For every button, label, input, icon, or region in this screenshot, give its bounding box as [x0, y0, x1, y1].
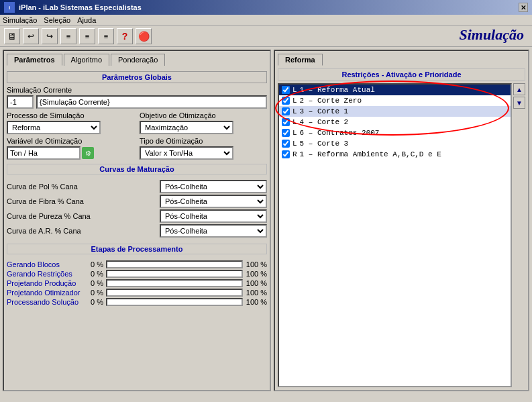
curva-row-3: Curva de A.R. % Cana Pós-Colheita: [7, 224, 267, 238]
tipo-select[interactable]: Valor x Ton/Ha: [140, 146, 233, 160]
scroll-up-btn[interactable]: ▲: [513, 83, 525, 95]
processo-label: Processo de Simulação: [7, 111, 134, 119]
toolbar-btn-6[interactable]: ≡: [98, 28, 114, 44]
restriction-check-4[interactable]: [282, 129, 290, 137]
app-icon: i: [4, 2, 15, 13]
restriction-label-4: 6 – Contratos 2007: [300, 129, 380, 137]
restriction-item-2[interactable]: L 3 – Corte 1: [279, 106, 511, 117]
restriction-type-2: L: [292, 107, 297, 115]
menu-selecao[interactable]: Seleção: [44, 16, 70, 24]
etapa-bar-2: [106, 279, 243, 287]
toolbar-btn-help[interactable]: ?: [117, 28, 133, 44]
toolbar-btn-stop[interactable]: 🔴: [136, 28, 152, 44]
curva-label-3: Curva de A.R. % Cana: [7, 227, 94, 235]
toolbar-btn-5[interactable]: ≡: [79, 28, 95, 44]
menu-ajuda[interactable]: Ajuda: [77, 16, 96, 24]
etapa-start-1: 0 %: [87, 270, 103, 278]
restriction-check-0[interactable]: [282, 86, 290, 94]
toolbar-btn-4[interactable]: ≡: [60, 28, 76, 44]
restriction-check-3[interactable]: [282, 118, 290, 126]
right-tab-bar: Reforma: [278, 54, 525, 66]
variavel-icon-btn[interactable]: ⚙: [82, 147, 94, 159]
restriction-type-0: L: [292, 86, 297, 94]
tab-ponderacao[interactable]: Ponderação: [111, 54, 165, 66]
etapa-end-1: 100 %: [246, 270, 267, 278]
etapa-start-0: 0 %: [87, 260, 103, 268]
toolbar: 🖥 ↩ ↪ ≡ ≡ ≡ ? 🔴 Simulação: [0, 26, 532, 47]
window-title: iPlan - iLab Sistemas Especialistas: [19, 3, 142, 11]
simulacao-corrente-group: Simulação Corrente: [7, 86, 267, 109]
etapa-bar-3: [106, 289, 243, 297]
restriction-check-2[interactable]: [282, 107, 290, 115]
restriction-item-4[interactable]: L 6 – Contratos 2007: [279, 128, 511, 138]
restriction-check-5[interactable]: [282, 140, 290, 148]
restriction-label-0: 1 – Reforma Atual: [300, 86, 375, 94]
processo-select[interactable]: Reforma: [7, 121, 101, 134]
curva-select-3[interactable]: Pós-Colheita: [160, 224, 267, 238]
restrictions-scrollbar: ▲ ▼: [513, 83, 525, 387]
objetivo-label: Objetivo de Otimização: [140, 111, 267, 119]
menu-bar: Simulação Seleção Ajuda: [0, 15, 532, 26]
tab-parametros[interactable]: Parâmetros: [7, 54, 62, 66]
etapa-row-0: Gerando Blocos 0 % 100 %: [7, 260, 267, 268]
restriction-check-1[interactable]: [282, 97, 290, 105]
curva-label-1: Curva de Fibra % Cana: [7, 197, 94, 205]
restriction-item-1[interactable]: L 2 – Corte Zero: [279, 95, 511, 106]
tab-reforma[interactable]: Reforma: [278, 54, 323, 66]
restriction-item-5[interactable]: L 5 – Corte 3: [279, 138, 511, 149]
simulacao-name-input[interactable]: [36, 95, 267, 109]
restriction-item-6[interactable]: R 1 – Reforma Ambiente A,B,C,D e E: [279, 149, 511, 160]
objetivo-select[interactable]: Maximização: [140, 121, 233, 134]
restriction-type-1: L: [292, 97, 297, 105]
restriction-check-6[interactable]: [282, 150, 290, 158]
left-tab-bar: Parâmetros Algoritmo Ponderação: [7, 54, 267, 66]
title-bar: i iPlan - iLab Sistemas Especialistas ✕: [0, 0, 532, 15]
restriction-label-3: 4 – Corte 2: [300, 118, 349, 126]
etapa-end-4: 100 %: [246, 298, 267, 306]
etapa-row-3: Projetando Otimizador 0 % 100 %: [7, 289, 267, 297]
curvas-title: Curvas de Maturação: [7, 164, 267, 174]
etapa-start-3: 0 %: [87, 289, 103, 297]
restriction-item-3[interactable]: L 4 – Corte 2: [279, 117, 511, 128]
etapa-label-2: Projetando Produção: [7, 279, 84, 287]
etapa-row-1: Gerando Restrições 0 % 100 %: [7, 270, 267, 278]
curva-row-2: Curva de Pureza % Cana Pós-Colheita: [7, 209, 267, 223]
curva-label-0: Curva de Pol % Cana: [7, 183, 94, 191]
curvas-list: Curva de Pol % Cana Pós-Colheita Curva d…: [7, 179, 267, 239]
curva-label-2: Curva de Pureza % Cana: [7, 212, 94, 220]
close-button[interactable]: ✕: [519, 3, 528, 12]
tab-algoritmo[interactable]: Algoritmo: [64, 54, 109, 66]
main-container: Parâmetros Algoritmo Ponderação Parâmetr…: [0, 47, 532, 394]
simulacao-header-title: Simulação: [459, 26, 524, 44]
etapa-end-0: 100 %: [246, 260, 267, 268]
menu-simulacao[interactable]: Simulação: [3, 16, 37, 24]
restriction-type-6: R: [292, 150, 297, 158]
toolbar-btn-2[interactable]: ↩: [23, 28, 39, 44]
scroll-down-btn[interactable]: ▼: [513, 97, 525, 109]
variavel-input[interactable]: [7, 146, 81, 160]
etapa-bar-4: [106, 298, 243, 306]
restriction-type-5: L: [292, 140, 297, 148]
variavel-label: Variável de Otimização: [7, 137, 134, 145]
toolbar-btn-1[interactable]: 🖥: [4, 28, 20, 44]
etapa-end-2: 100 %: [246, 279, 267, 287]
restrictions-title: Restrições - Ativação e Prioridade: [278, 68, 525, 81]
etapa-label-1: Gerando Restrições: [7, 270, 84, 278]
toolbar-btn-3[interactable]: ↪: [42, 28, 58, 44]
curva-select-0[interactable]: Pós-Colheita: [160, 180, 267, 193]
restriction-type-3: L: [292, 118, 297, 126]
restrictions-container: L 1 – Reforma Atual L 2 – Corte Zero L 3…: [278, 83, 525, 387]
right-panel: Reforma Restrições - Ativação e Priorida…: [274, 50, 529, 391]
etapa-start-2: 0 %: [87, 279, 103, 287]
etapas-list: Gerando Blocos 0 % 100 % Gerando Restriç…: [7, 259, 267, 307]
curva-select-2[interactable]: Pós-Colheita: [160, 209, 267, 223]
curva-row-1: Curva de Fibra % Cana Pós-Colheita: [7, 195, 267, 208]
restriction-label-6: 1 – Reforma Ambiente A,B,C,D e E: [300, 150, 441, 158]
etapa-label-0: Gerando Blocos: [7, 260, 84, 268]
restriction-item-0[interactable]: L 1 – Reforma Atual: [279, 85, 511, 95]
etapas-title: Etapas de Processamento: [7, 244, 267, 254]
curva-select-1[interactable]: Pós-Colheita: [160, 195, 267, 208]
restrictions-list: L 1 – Reforma Atual L 2 – Corte Zero L 3…: [278, 83, 512, 387]
etapa-end-3: 100 %: [246, 289, 267, 297]
simulacao-id-input[interactable]: [7, 95, 34, 109]
